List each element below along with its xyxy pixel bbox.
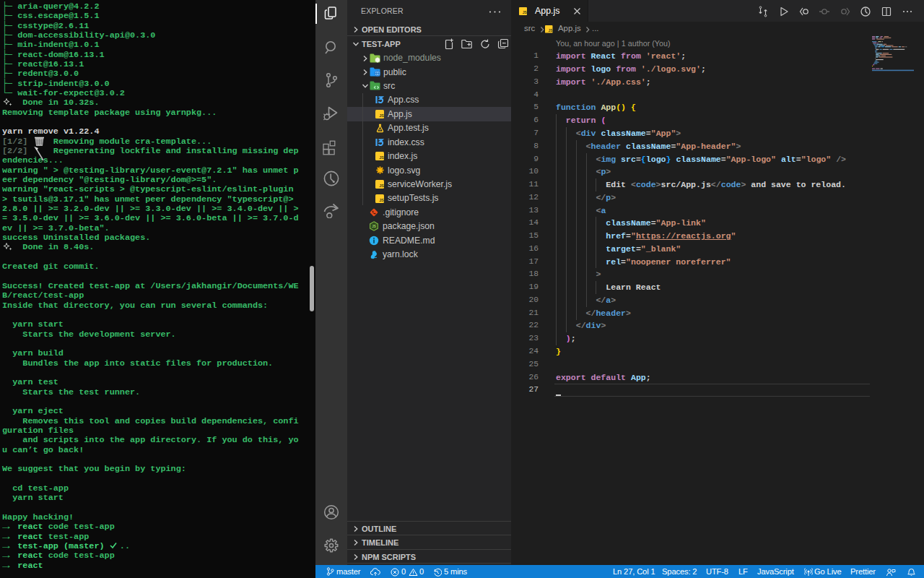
svg-text:JS: JS [523, 10, 527, 14]
svg-text:JS: JS [379, 198, 384, 202]
svg-text:JS: JS [372, 225, 376, 228]
svg-text:JS: JS [379, 155, 384, 160]
svg-text:JS: JS [379, 113, 384, 118]
svg-text:JS: JS [379, 184, 384, 188]
svg-text:JS: JS [549, 29, 553, 33]
